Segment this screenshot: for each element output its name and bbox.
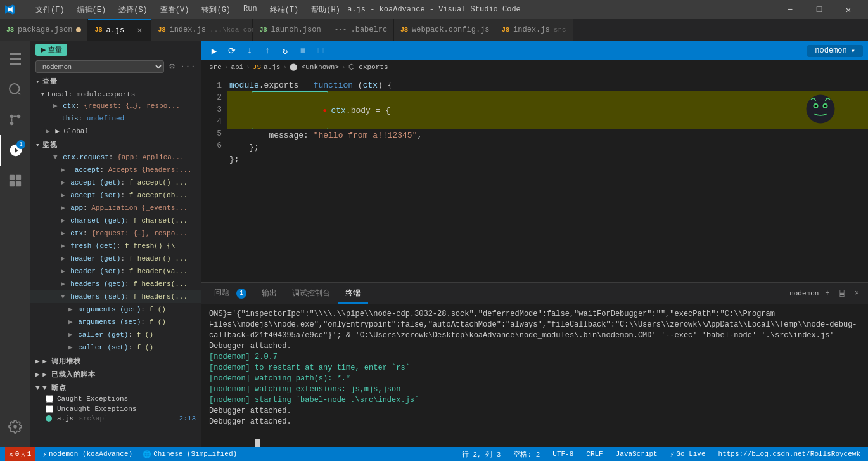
status-spaces[interactable]: 空格: 2 xyxy=(511,450,542,459)
svg-rect-3 xyxy=(10,175,15,180)
tab-webpack[interactable]: JS webpack.config.js xyxy=(394,19,495,41)
debug-step-over-button[interactable]: ⟳ xyxy=(224,43,239,58)
status-bar: ✕ 0 △ 1 ⚡ nodemon (koaAdvance) 🌐 Chinese… xyxy=(0,447,868,461)
vscode-icon xyxy=(5,4,15,15)
tab-package-json[interactable]: JS package.json xyxy=(0,19,88,41)
minimize-button[interactable]: − xyxy=(775,0,805,19)
activity-git[interactable] xyxy=(0,105,30,135)
menu-terminal[interactable]: 终端(T) xyxy=(265,3,304,16)
activity-explorer[interactable] xyxy=(0,44,30,74)
local-ctx-item[interactable]: ▶ ctx: {request: {…}, respo... xyxy=(30,100,201,112)
callstack-title: ▶ 调用堆栈 xyxy=(42,356,80,366)
watch-header-get[interactable]: ▶ header (get): f header() ... xyxy=(30,252,201,265)
caught-exceptions-checkbox[interactable] xyxy=(46,395,53,403)
watch-accept-set[interactable]: ▶ accept (set): f accept(ob... xyxy=(30,189,201,202)
status-language-pack[interactable]: 🌐 Chinese (Simplified) xyxy=(140,450,239,458)
loaded-scripts-section-title[interactable]: ▶ ▶ 已载入的脚本 xyxy=(30,367,201,380)
debug-config-select[interactable]: nodemon xyxy=(35,60,164,73)
breakpoints-section-title[interactable]: ▼ ▼ 断点 xyxy=(30,380,201,394)
breadcrumb-api[interactable]: api xyxy=(231,63,243,71)
panel-tab-terminal[interactable]: 终端 xyxy=(338,284,368,304)
debug-square-button[interactable]: □ xyxy=(313,43,328,58)
watch-headers-set[interactable]: ▼ headers (set): f headers(... xyxy=(30,290,201,303)
debug-play-button[interactable]: ▶ 查量 xyxy=(35,44,67,56)
watch-arguments-set[interactable]: ▶ arguments (set): f () xyxy=(30,316,201,328)
breakpoint-file-item[interactable]: a.js src\api 2:13 xyxy=(30,414,201,423)
panel-actions: nodemon + ⌸ × xyxy=(789,288,868,300)
code-line-6 xyxy=(227,166,868,178)
local-this-item[interactable]: this: undefined xyxy=(30,112,201,125)
breadcrumb-unknown[interactable]: ⬤ <unknown> xyxy=(290,63,339,71)
callstack-arrow-icon: ▶ xyxy=(35,357,40,365)
breadcrumb-filename[interactable]: a.js xyxy=(264,63,280,71)
uncaught-exceptions-checkbox[interactable] xyxy=(46,405,53,413)
menu-run[interactable]: Run xyxy=(238,3,262,16)
watch-charset[interactable]: ▶ charset (get): f charset(... xyxy=(30,214,201,227)
breadcrumb-exports[interactable]: ⬡ exports xyxy=(348,63,388,71)
breadcrumb-src[interactable]: src xyxy=(209,63,222,71)
activity-settings[interactable] xyxy=(0,412,30,442)
menu-select[interactable]: 选择(S) xyxy=(113,3,153,16)
debug-top-bar: ▶ ⟳ ↓ ↑ ↻ ■ □ nodemon ▾ xyxy=(201,41,868,60)
variables-section-title[interactable]: ▾ 查量 xyxy=(30,74,201,88)
watch-caller-get[interactable]: ▶ caller (get): f () xyxy=(30,328,201,341)
menu-file[interactable]: 文件(F) xyxy=(30,3,70,16)
menu-help[interactable]: 帮助(H) xyxy=(306,3,345,16)
debug-restart-button[interactable]: ↻ xyxy=(278,43,293,58)
watch-accept-get[interactable]: ▶ accept (get): f accept() ... xyxy=(30,176,201,189)
activity-extensions[interactable] xyxy=(0,166,30,196)
panel-tab-output[interactable]: 输出 xyxy=(254,284,284,304)
uncaught-exceptions-item[interactable]: Uncaught Exceptions xyxy=(30,404,201,414)
code-editor[interactable]: 1 2 3 4 5 6 module.exports = function (c… xyxy=(201,74,868,282)
tab-launch-json[interactable]: JS launch.json xyxy=(253,19,328,41)
global-item[interactable]: ▶ ▶ Global xyxy=(30,125,201,138)
debug-step-out-button[interactable]: ↑ xyxy=(260,43,275,58)
debug-stop-button[interactable]: ■ xyxy=(295,43,310,58)
status-line-ending[interactable]: CRLF xyxy=(584,450,605,459)
debug-more-icon[interactable]: ··· xyxy=(180,62,196,72)
panel-tab-debug-console[interactable]: 调试控制台 xyxy=(284,284,338,304)
caught-exceptions-item[interactable]: Caught Exceptions xyxy=(30,394,201,404)
tab-a-js[interactable]: JS a.js ✕ xyxy=(88,19,151,41)
watch-caller-set[interactable]: ▶ caller (set): f () xyxy=(30,341,201,354)
tab-index-js-src[interactable]: JS index.js src xyxy=(495,19,573,41)
watch-arguments-get[interactable]: ▶ arguments (get): f () xyxy=(30,303,201,316)
tab-index-js[interactable]: JS index.js ...\koa-compose xyxy=(151,19,253,41)
watch-section-title[interactable]: ▾ 监视 xyxy=(30,138,201,151)
debug-continue-button[interactable]: ▶ xyxy=(207,43,222,58)
watch-app[interactable]: ▶ app: Application {_events... xyxy=(30,202,201,214)
status-position[interactable]: 行 2, 列 3 xyxy=(459,450,504,459)
panel-split-button[interactable]: ⌸ xyxy=(836,288,848,300)
menu-goto[interactable]: 转到(G) xyxy=(196,3,236,16)
tab-babelrc[interactable]: ••• .babelrc xyxy=(328,19,394,41)
terminal-content[interactable]: ONS}='{"inspectorIpc":"\\\\.\\pipe\\node… xyxy=(201,305,868,447)
debug-step-into-button[interactable]: ↓ xyxy=(242,43,257,58)
activity-search[interactable] xyxy=(0,74,30,105)
loaded-scripts-arrow-icon: ▶ xyxy=(35,370,40,379)
activity-debug[interactable]: 1 xyxy=(0,135,30,166)
watch-fresh[interactable]: ▶ fresh (get): f fresh() {\ xyxy=(30,240,201,252)
watch-accept-item[interactable]: ▶ _accept: Accepts {headers:... xyxy=(30,164,201,176)
status-nodemon[interactable]: ⚡ nodemon (koaAdvance) xyxy=(40,450,135,458)
menu-view[interactable]: 查看(V) xyxy=(155,3,195,16)
menu-edit[interactable]: 编辑(E) xyxy=(72,3,112,16)
watch-ctx-request[interactable]: ▼ ctx.request: {app: Applica... xyxy=(30,151,201,164)
watch-header-set[interactable]: ▶ header (set): f header(va... xyxy=(30,265,201,278)
local-section-title[interactable]: ▾ Local: module.exports xyxy=(30,88,201,100)
status-errors[interactable]: ✕ 0 △ 1 xyxy=(5,447,35,461)
callstack-section-title[interactable]: ▶ ▶ 调用堆栈 xyxy=(30,354,201,367)
panel-add-terminal-button[interactable]: + xyxy=(821,288,833,299)
watch-ctx[interactable]: ▶ ctx: {request: {…}, respo... xyxy=(30,227,201,240)
panel-kill-button[interactable]: × xyxy=(851,288,863,299)
status-blog-link[interactable]: https://blog.csdn.net/RollsRoycewk xyxy=(716,450,863,459)
status-encoding[interactable]: UTF-8 xyxy=(550,450,576,459)
maximize-button[interactable]: □ xyxy=(805,0,834,19)
panel-tab-problems[interactable]: 问题 1 xyxy=(207,283,254,304)
debug-dropdown-icon[interactable]: ▾ xyxy=(851,46,855,56)
watch-headers-get[interactable]: ▶ headers (get): f headers(... xyxy=(30,278,201,290)
debug-gear-icon[interactable]: ⚙ xyxy=(167,60,177,73)
tab-close-a-js[interactable]: ✕ xyxy=(134,25,144,36)
status-js-language[interactable]: JavaScript xyxy=(613,450,660,459)
status-go-live[interactable]: ⚡ Go Live xyxy=(668,450,708,459)
close-button[interactable]: ✕ xyxy=(834,0,863,19)
